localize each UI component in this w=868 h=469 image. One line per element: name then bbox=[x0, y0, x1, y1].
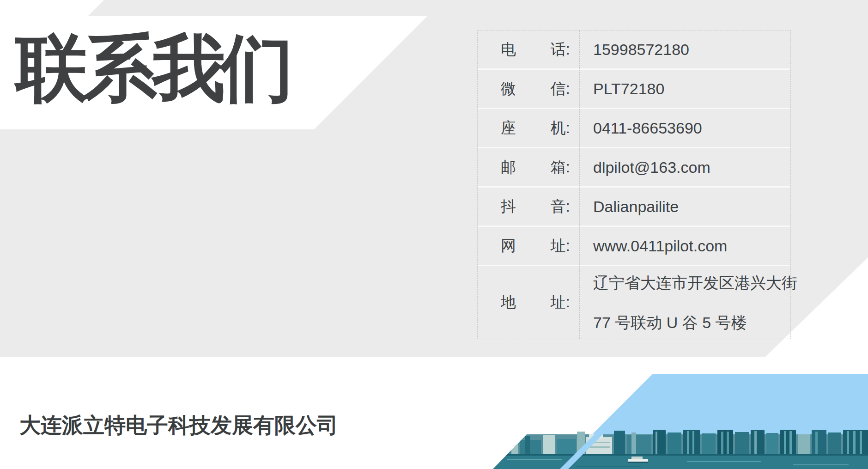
contact-label: 地 址: bbox=[478, 292, 579, 313]
contact-label: 网 址: bbox=[478, 236, 579, 256]
contact-label: 座 机: bbox=[478, 118, 579, 139]
contact-value-email: dlpilot@163.com bbox=[579, 158, 710, 177]
contact-label: 微 信: bbox=[478, 79, 579, 99]
contact-label: 电 话: bbox=[478, 39, 579, 60]
contact-label: 抖 音: bbox=[478, 196, 579, 217]
contact-row-email: 邮 箱: dlpilot@163.com bbox=[478, 148, 790, 188]
contact-value-website: www.0411pilot.com bbox=[579, 237, 727, 255]
page-title: 联系我们 bbox=[16, 24, 289, 112]
contact-value-landline: 0411-86653690 bbox=[579, 119, 702, 137]
contact-row-wechat: 微 信: PLT72180 bbox=[478, 70, 790, 109]
slide-canvas: 联系我们 电 话: 15998572180 微 信: PLT72180 bbox=[0, 0, 868, 469]
contact-row-address: 地 址: 辽宁省大连市开发区港兴大街 77 号联动 U 谷 5 号楼 bbox=[478, 266, 790, 339]
contact-table: 电 话: 15998572180 微 信: PLT72180 座 机: bbox=[477, 30, 791, 339]
contact-label: 邮 箱: bbox=[478, 157, 579, 178]
contact-row-landline: 座 机: 0411-86653690 bbox=[478, 109, 790, 148]
city-skyline-image bbox=[493, 430, 868, 469]
contact-value-phone: 15998572180 bbox=[579, 41, 689, 59]
contact-value-douyin: Dalianpailite bbox=[579, 198, 679, 216]
table-column-divider bbox=[579, 30, 580, 339]
contact-row-phone: 电 话: 15998572180 bbox=[478, 30, 790, 70]
contact-row-website: 网 址: www.0411pilot.com bbox=[478, 227, 790, 266]
company-name: 大连派立特电子科技发展有限公司 bbox=[19, 411, 338, 440]
city-skyline-svg bbox=[493, 430, 868, 469]
contact-value-address: 辽宁省大连市开发区港兴大街 77 号联动 U 谷 5 号楼 bbox=[579, 263, 797, 342]
contact-value-wechat: PLT72180 bbox=[579, 80, 664, 98]
contact-row-douyin: 抖 音: Dalianpailite bbox=[478, 188, 790, 227]
